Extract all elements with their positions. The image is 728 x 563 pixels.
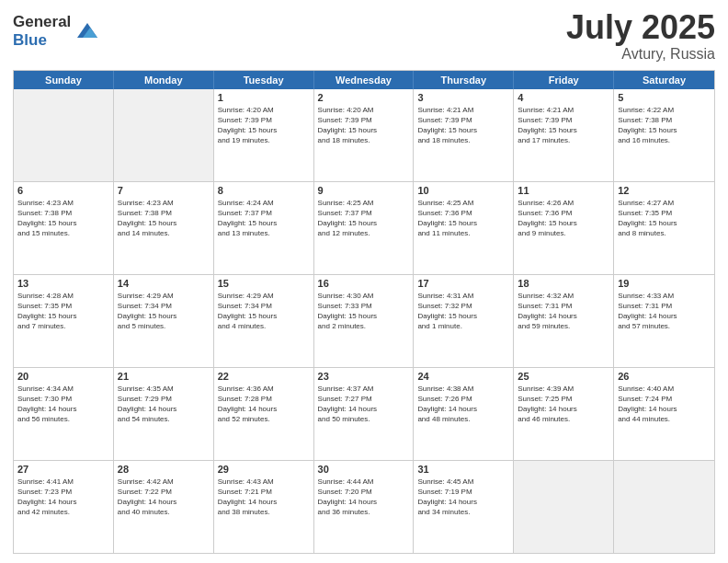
calendar-header: SundayMondayTuesdayWednesdayThursdayFrid… [14,71,714,89]
calendar-cell: 9Sunrise: 4:25 AM Sunset: 7:37 PM Daylig… [314,182,415,274]
cell-info: Sunrise: 4:22 AM Sunset: 7:38 PM Dayligh… [618,105,711,146]
calendar-cell: 17Sunrise: 4:31 AM Sunset: 7:32 PM Dayli… [414,275,514,367]
cell-info: Sunrise: 4:30 AM Sunset: 7:33 PM Dayligh… [318,291,410,332]
cell-info: Sunrise: 4:31 AM Sunset: 7:32 PM Dayligh… [417,291,509,332]
day-number: 21 [118,371,210,382]
header-day-sunday: Sunday [14,71,114,89]
day-number: 11 [518,185,609,196]
calendar-cell: 2Sunrise: 4:20 AM Sunset: 7:39 PM Daylig… [314,89,415,181]
cell-info: Sunrise: 4:26 AM Sunset: 7:36 PM Dayligh… [518,198,609,239]
header-day-monday: Monday [114,71,214,89]
calendar-cell: 14Sunrise: 4:29 AM Sunset: 7:34 PM Dayli… [114,275,214,367]
calendar-cell: 11Sunrise: 4:26 AM Sunset: 7:36 PM Dayli… [514,182,614,274]
calendar-cell: 28Sunrise: 4:42 AM Sunset: 7:22 PM Dayli… [114,461,214,553]
day-number: 19 [618,278,711,289]
calendar-cell [114,89,214,181]
header-day-saturday: Saturday [614,71,714,89]
cell-info: Sunrise: 4:23 AM Sunset: 7:38 PM Dayligh… [17,198,109,239]
calendar-cell: 10Sunrise: 4:25 AM Sunset: 7:36 PM Dayli… [414,182,514,274]
logo-blue: Blue [13,31,71,50]
page: General Blue July 2025 Avtury, Russia Su… [0,0,728,563]
day-number: 6 [17,185,109,196]
calendar: SundayMondayTuesdayWednesdayThursdayFrid… [13,70,715,554]
cell-info: Sunrise: 4:34 AM Sunset: 7:30 PM Dayligh… [17,384,109,425]
cell-info: Sunrise: 4:29 AM Sunset: 7:34 PM Dayligh… [218,291,310,332]
cell-info: Sunrise: 4:25 AM Sunset: 7:37 PM Dayligh… [318,198,410,239]
calendar-cell: 30Sunrise: 4:44 AM Sunset: 7:20 PM Dayli… [314,461,415,553]
header: General Blue July 2025 Avtury, Russia [13,9,715,63]
cell-info: Sunrise: 4:41 AM Sunset: 7:23 PM Dayligh… [17,477,109,518]
calendar-cell: 18Sunrise: 4:32 AM Sunset: 7:31 PM Dayli… [514,275,614,367]
calendar-cell: 16Sunrise: 4:30 AM Sunset: 7:33 PM Dayli… [314,275,415,367]
calendar-cell: 22Sunrise: 4:36 AM Sunset: 7:28 PM Dayli… [214,368,314,460]
title-area: July 2025 Avtury, Russia [566,9,715,63]
calendar-cell: 15Sunrise: 4:29 AM Sunset: 7:34 PM Dayli… [214,275,314,367]
header-day-thursday: Thursday [414,71,514,89]
calendar-cell: 21Sunrise: 4:35 AM Sunset: 7:29 PM Dayli… [114,368,214,460]
logo-icon [74,16,101,43]
day-number: 1 [218,92,310,103]
calendar-row: 1Sunrise: 4:20 AM Sunset: 7:39 PM Daylig… [14,89,714,182]
cell-info: Sunrise: 4:21 AM Sunset: 7:39 PM Dayligh… [417,105,509,146]
cell-info: Sunrise: 4:25 AM Sunset: 7:36 PM Dayligh… [417,198,509,239]
calendar-row: 27Sunrise: 4:41 AM Sunset: 7:23 PM Dayli… [14,461,714,553]
calendar-row: 20Sunrise: 4:34 AM Sunset: 7:30 PM Dayli… [14,368,714,461]
calendar-cell [614,461,714,553]
cell-info: Sunrise: 4:33 AM Sunset: 7:31 PM Dayligh… [618,291,711,332]
cell-info: Sunrise: 4:39 AM Sunset: 7:25 PM Dayligh… [518,384,609,425]
calendar-cell: 29Sunrise: 4:43 AM Sunset: 7:21 PM Dayli… [214,461,314,553]
cell-info: Sunrise: 4:32 AM Sunset: 7:31 PM Dayligh… [518,291,609,332]
cell-info: Sunrise: 4:38 AM Sunset: 7:26 PM Dayligh… [417,384,509,425]
calendar-cell [14,89,114,181]
day-number: 4 [518,92,609,103]
day-number: 13 [17,278,109,289]
calendar-cell: 23Sunrise: 4:37 AM Sunset: 7:27 PM Dayli… [314,368,415,460]
header-day-friday: Friday [514,71,614,89]
month-title: July 2025 [566,9,715,46]
header-day-wednesday: Wednesday [314,71,415,89]
logo-text: General Blue [13,13,71,49]
calendar-row: 13Sunrise: 4:28 AM Sunset: 7:35 PM Dayli… [14,275,714,368]
calendar-cell: 27Sunrise: 4:41 AM Sunset: 7:23 PM Dayli… [14,461,114,553]
day-number: 31 [417,464,509,475]
calendar-cell: 4Sunrise: 4:21 AM Sunset: 7:39 PM Daylig… [514,89,614,181]
calendar-cell: 31Sunrise: 4:45 AM Sunset: 7:19 PM Dayli… [414,461,514,553]
day-number: 9 [318,185,410,196]
day-number: 15 [218,278,310,289]
calendar-row: 6Sunrise: 4:23 AM Sunset: 7:38 PM Daylig… [14,182,714,275]
day-number: 26 [618,371,711,382]
header-day-tuesday: Tuesday [214,71,314,89]
cell-info: Sunrise: 4:44 AM Sunset: 7:20 PM Dayligh… [318,477,410,518]
day-number: 25 [518,371,609,382]
day-number: 3 [417,92,509,103]
day-number: 27 [17,464,109,475]
day-number: 14 [118,278,210,289]
calendar-cell: 19Sunrise: 4:33 AM Sunset: 7:31 PM Dayli… [614,275,714,367]
day-number: 5 [618,92,711,103]
calendar-cell: 7Sunrise: 4:23 AM Sunset: 7:38 PM Daylig… [114,182,214,274]
day-number: 17 [417,278,509,289]
cell-info: Sunrise: 4:35 AM Sunset: 7:29 PM Dayligh… [118,384,210,425]
day-number: 22 [218,371,310,382]
cell-info: Sunrise: 4:37 AM Sunset: 7:27 PM Dayligh… [318,384,410,425]
cell-info: Sunrise: 4:42 AM Sunset: 7:22 PM Dayligh… [118,477,210,518]
day-number: 8 [218,185,310,196]
calendar-cell: 24Sunrise: 4:38 AM Sunset: 7:26 PM Dayli… [414,368,514,460]
day-number: 18 [518,278,609,289]
day-number: 29 [218,464,310,475]
day-number: 30 [318,464,410,475]
day-number: 20 [17,371,109,382]
day-number: 2 [318,92,410,103]
calendar-body: 1Sunrise: 4:20 AM Sunset: 7:39 PM Daylig… [14,89,714,553]
cell-info: Sunrise: 4:23 AM Sunset: 7:38 PM Dayligh… [118,198,210,239]
calendar-cell: 20Sunrise: 4:34 AM Sunset: 7:30 PM Dayli… [14,368,114,460]
cell-info: Sunrise: 4:27 AM Sunset: 7:35 PM Dayligh… [618,198,711,239]
cell-info: Sunrise: 4:36 AM Sunset: 7:28 PM Dayligh… [218,384,310,425]
calendar-cell: 5Sunrise: 4:22 AM Sunset: 7:38 PM Daylig… [614,89,714,181]
logo: General Blue [13,13,101,49]
cell-info: Sunrise: 4:45 AM Sunset: 7:19 PM Dayligh… [417,477,509,518]
cell-info: Sunrise: 4:29 AM Sunset: 7:34 PM Dayligh… [118,291,210,332]
day-number: 28 [118,464,210,475]
location-title: Avtury, Russia [566,46,715,63]
cell-info: Sunrise: 4:20 AM Sunset: 7:39 PM Dayligh… [218,105,310,146]
